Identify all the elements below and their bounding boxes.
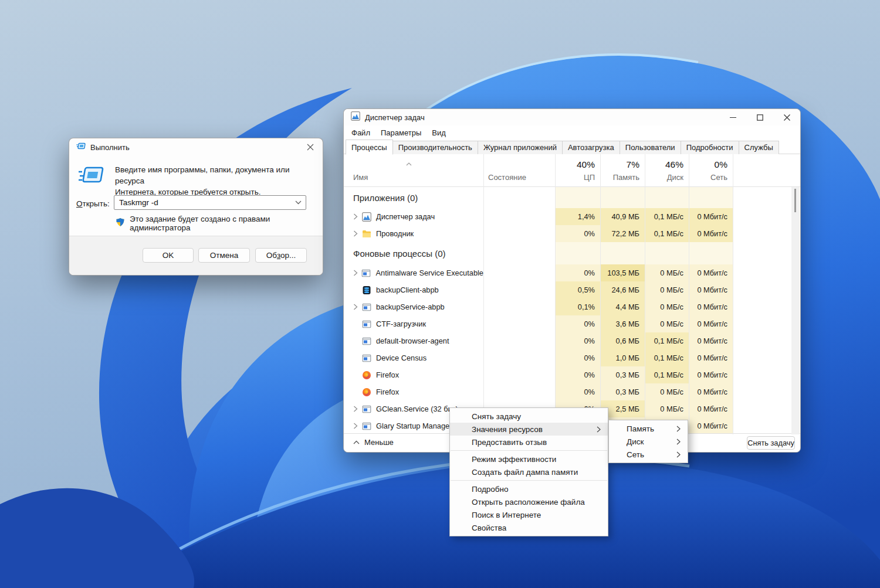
tab-Производительность[interactable]: Производительность — [392, 141, 478, 154]
memory-cell: 3,6 МБ — [600, 315, 645, 332]
cancel-button[interactable]: Отмена — [198, 248, 250, 263]
column-header-network[interactable]: 0% Сеть — [689, 154, 733, 186]
expand-chevron-icon[interactable] — [353, 423, 362, 429]
run-dialog-title: Выполнить — [90, 143, 130, 152]
context-menu-item[interactable]: Предоставить отзыв — [450, 436, 608, 448]
memory-cell — [600, 187, 645, 208]
fewer-details-toggle[interactable]: Меньше — [353, 438, 394, 447]
column-header-status[interactable]: Состояние — [488, 173, 526, 182]
cpu-cell — [555, 187, 600, 208]
tab-Пользователи[interactable]: Пользователи — [620, 141, 681, 154]
run-dialog-body: Введите имя программы, папки, документа … — [69, 156, 323, 237]
tab-Журнал приложений[interactable]: Журнал приложений — [478, 141, 563, 154]
network-cell: 0 Мбит/с — [689, 225, 733, 242]
cpu-cell: 0% — [555, 315, 600, 332]
process-row[interactable]: Firefox0%0,3 МБ0,1 МБ/с0 Мбит/с — [344, 366, 793, 383]
context-menu-item[interactable]: Режим эффективности — [450, 453, 608, 465]
disk-cell — [645, 242, 689, 264]
disk-cell: 0,1 МБ/с — [645, 332, 689, 349]
context-menu-item[interactable]: Свойства — [450, 521, 608, 534]
name-cell: Firefox — [344, 366, 483, 383]
process-row[interactable]: Device Census0%1,0 МБ0,1 МБ/с0 Мбит/с — [344, 349, 793, 366]
admin-note: Это задание будет создано с правами адми… — [116, 215, 323, 232]
process-row[interactable]: Antimalware Service Executable0%103,5 МБ… — [344, 264, 793, 281]
process-row[interactable]: backupClient-abpb0,5%24,6 МБ0 МБ/с0 Мбит… — [344, 281, 793, 298]
process-name: GClean.Service (32 бит) — [376, 405, 458, 413]
window-icon — [362, 354, 371, 363]
combo-chevron-down-icon[interactable] — [290, 196, 306, 209]
expand-chevron-icon[interactable] — [353, 230, 362, 237]
disk-cell: 0,1 МБ/с — [645, 349, 689, 366]
name-cell: Фоновые процессы (0) — [344, 242, 483, 264]
tab-Процессы[interactable]: Процессы — [346, 140, 393, 155]
open-input[interactable] — [114, 198, 290, 207]
disk-cell: 0 МБ/с — [645, 264, 689, 281]
column-header-name[interactable]: Имя — [353, 173, 368, 182]
context-submenu-item[interactable]: Сеть — [609, 448, 688, 461]
network-cell: 0 Мбит/с — [689, 383, 733, 400]
menu-Файл[interactable]: Файл — [346, 127, 375, 139]
open-combobox — [114, 195, 306, 210]
menu-Вид[interactable]: Вид — [427, 127, 451, 139]
memory-cell: 40,9 МБ — [600, 208, 645, 225]
process-row[interactable]: CTF-загрузчик0%3,6 МБ0 МБ/с0 Мбит/с — [344, 315, 793, 332]
process-row[interactable]: Firefox0%0,3 МБ0 МБ/с0 Мбит/с — [344, 383, 793, 400]
context-menu-item[interactable]: Значения ресурсов — [450, 423, 608, 436]
expand-chevron-icon[interactable] — [353, 270, 361, 276]
tab-Службы[interactable]: Службы — [739, 141, 779, 154]
run-titlebar[interactable]: Выполнить — [69, 138, 323, 156]
maximize-button[interactable] — [746, 109, 773, 125]
context-menu-item[interactable]: Снять задачу — [450, 410, 608, 423]
cpu-cell: 0% — [555, 383, 600, 400]
taskmgr-icon — [362, 212, 371, 222]
run-app-icon — [76, 142, 86, 152]
status-cell — [483, 225, 555, 242]
cpu-cell — [555, 242, 600, 264]
status-cell — [483, 208, 555, 225]
process-row[interactable]: Диспетчер задач1,4%40,9 МБ0,1 МБ/с0 Мбит… — [344, 208, 793, 225]
process-row[interactable]: default-browser-agent0%0,6 МБ0,1 МБ/с0 М… — [344, 332, 793, 349]
context-menu-item[interactable]: Создать файл дампа памяти — [450, 465, 608, 478]
name-cell: Проводник — [344, 225, 483, 242]
process-row[interactable]: backupService-abpb0,1%4,4 МБ0 МБ/с0 Мбит… — [344, 298, 793, 315]
status-cell — [483, 315, 555, 332]
expand-chevron-icon[interactable] — [353, 304, 362, 310]
scrollbar[interactable] — [791, 187, 800, 434]
expand-chevron-icon[interactable] — [353, 213, 362, 220]
minimize-button[interactable] — [719, 109, 746, 125]
close-button[interactable] — [773, 109, 800, 125]
network-cell: 0 Мбит/с — [689, 366, 733, 383]
window-icon — [362, 337, 371, 346]
process-row[interactable]: Проводник0%72,2 МБ0,1 МБ/с0 Мбит/с — [344, 225, 793, 242]
network-cell: 0 Мбит/с — [689, 315, 733, 332]
end-task-button[interactable]: Снять задачу — [747, 436, 795, 450]
disk-cell: 0 МБ/с — [645, 383, 689, 400]
network-cell: 0 Мбит/с — [689, 298, 733, 315]
menu-Параметры[interactable]: Параметры — [375, 127, 427, 139]
ok-button[interactable]: OK — [143, 248, 194, 263]
run-dialog-window: Выполнить Введите имя программы, папки, … — [69, 138, 323, 276]
disk-cell: 0 МБ/с — [645, 400, 689, 417]
scrollbar-thumb[interactable] — [794, 189, 796, 212]
column-header-cpu[interactable]: 40% ЦП — [555, 154, 600, 186]
network-cell: 0 Мбит/с — [689, 264, 733, 281]
name-cell: Приложения (0) — [344, 187, 483, 208]
browse-button[interactable]: Обзор... — [255, 248, 307, 263]
context-submenu-item[interactable]: Диск — [609, 435, 688, 448]
status-cell — [483, 187, 555, 208]
context-menu-item[interactable]: Подробно — [450, 482, 608, 495]
memory-cell: 1,0 МБ — [600, 349, 645, 366]
context-menu-item[interactable]: Открыть расположение файла — [450, 495, 608, 508]
expand-chevron-icon[interactable] — [353, 406, 362, 412]
disk-cell: 0,1 МБ/с — [645, 225, 689, 242]
context-submenu-item[interactable]: Память — [609, 422, 688, 435]
tab-Подробности[interactable]: Подробности — [681, 141, 739, 154]
context-menu-item[interactable]: Поиск в Интернете — [450, 508, 608, 521]
tm-titlebar[interactable]: Диспетчер задач — [344, 109, 800, 125]
task-manager-window: Диспетчер задач ФайлПараметрыВид Процесс… — [343, 108, 801, 453]
column-header-memory[interactable]: 7% Память — [600, 154, 645, 186]
name-cell: backupClient-abpb — [344, 281, 483, 298]
column-header-disk[interactable]: 46% Диск — [645, 154, 689, 186]
tab-Автозагрузка[interactable]: Автозагрузка — [562, 141, 620, 154]
run-close-button[interactable] — [305, 142, 316, 152]
